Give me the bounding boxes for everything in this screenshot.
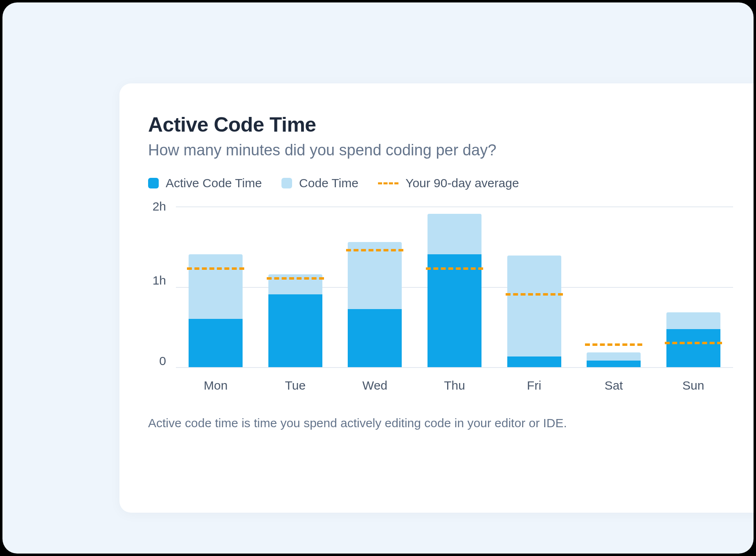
avg-line (585, 343, 642, 346)
bar-active-code-time (666, 329, 720, 367)
bar-active-code-time (268, 294, 322, 367)
xlabel-tue: Tue (256, 379, 335, 392)
avg-line (426, 267, 483, 270)
xlabel-sun: Sun (653, 379, 733, 392)
ytick-1h: 1h (153, 274, 166, 287)
legend-item-avg: Your 90-day average (378, 176, 519, 190)
chart-area: 2h 1h 0 (151, 206, 733, 368)
bar-wed (348, 242, 402, 367)
avg-line (506, 293, 563, 296)
bar-slot-tue (256, 206, 335, 367)
chart-card: Active Code Time How many minutes did yo… (119, 83, 754, 513)
legend-swatch-code (281, 178, 292, 188)
bar-slot-sat (574, 206, 654, 367)
bar-active-code-time (587, 361, 641, 367)
avg-line (187, 267, 244, 270)
bar-mon (189, 254, 243, 368)
bar-slot-fri (494, 206, 574, 367)
chart-title: Active Code Time (148, 113, 733, 137)
bar-sat (587, 352, 641, 367)
bar-slot-wed (335, 206, 415, 367)
xlabel-mon: Mon (176, 379, 256, 392)
ytick-0: 0 (159, 354, 166, 368)
ytick-2h: 2h (153, 200, 166, 213)
xlabel-sat: Sat (574, 379, 654, 392)
bar-active-code-time (189, 319, 243, 368)
bar-code-time (189, 254, 243, 319)
bar-code-time (666, 312, 720, 329)
legend-item-code: Code Time (281, 176, 358, 190)
bar-code-time (428, 214, 482, 254)
legend-swatch-active (148, 178, 159, 188)
bar-slot-sun (653, 206, 733, 367)
legend-label-active: Active Code Time (166, 176, 262, 190)
bar-slot-thu (415, 206, 495, 367)
bars-container (176, 206, 733, 367)
avg-line (346, 249, 403, 251)
bar-fri (507, 256, 561, 367)
xlabel-thu: Thu (415, 379, 495, 392)
bar-active-code-time (348, 309, 402, 367)
y-axis: 2h 1h 0 (151, 206, 176, 368)
legend-item-active: Active Code Time (148, 176, 262, 190)
chart-footer-note: Active code time is time you spend activ… (148, 416, 733, 430)
bar-thu (428, 214, 482, 367)
bar-code-time (507, 256, 561, 356)
avg-line (267, 277, 324, 280)
plot-area (176, 206, 733, 368)
page-background: Active Code Time How many minutes did yo… (2, 2, 754, 554)
bar-sun (666, 312, 720, 367)
bar-active-code-time (507, 356, 561, 367)
chart-subtitle: How many minutes did you spend coding pe… (148, 141, 733, 159)
avg-line (665, 342, 722, 344)
bar-active-code-time (428, 254, 482, 368)
bar-tue (268, 274, 322, 367)
xlabel-wed: Wed (335, 379, 415, 392)
legend-label-avg: Your 90-day average (405, 176, 519, 190)
xlabel-fri: Fri (494, 379, 574, 392)
bar-code-time (587, 352, 641, 361)
bar-code-time (348, 242, 402, 309)
x-axis: MonTueWedThuFriSatSun (176, 379, 733, 392)
legend-label-code: Code Time (299, 176, 358, 190)
bar-slot-mon (176, 206, 256, 367)
chart-legend: Active Code Time Code Time Your 90-day a… (148, 176, 733, 190)
legend-dashline-avg (378, 182, 398, 184)
